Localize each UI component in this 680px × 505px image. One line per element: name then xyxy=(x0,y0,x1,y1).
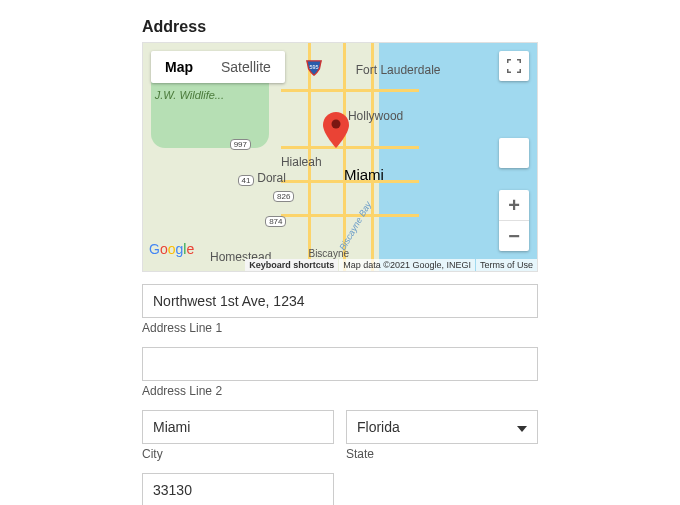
city-hollywood: Hollywood xyxy=(348,109,403,123)
chevron-down-icon xyxy=(517,419,527,435)
route-874: 874 xyxy=(265,216,286,227)
pegman-control[interactable] xyxy=(499,138,529,168)
map-data-text: Map data ©2021 Google, INEGI xyxy=(339,259,475,271)
city-input[interactable] xyxy=(142,410,334,444)
address-line-1-label: Address Line 1 xyxy=(142,321,538,335)
route-826: 826 xyxy=(273,191,294,202)
section-title: Address xyxy=(40,18,640,36)
city-label: City xyxy=(142,447,334,461)
route-997: 997 xyxy=(230,139,251,150)
label-wildlife: J.W. Wildlife... xyxy=(155,89,224,101)
map-pin-icon xyxy=(323,112,349,152)
terms-link[interactable]: Terms of Use xyxy=(476,259,537,271)
map-type-switcher: Map Satellite xyxy=(151,51,285,83)
svg-point-1 xyxy=(332,120,341,129)
zoom-out-button[interactable]: − xyxy=(499,221,529,251)
address-form: Address Line 1 Address Line 2 City Flori… xyxy=(142,284,538,505)
route-41: 41 xyxy=(238,175,255,186)
map-type-satellite[interactable]: Satellite xyxy=(207,51,285,83)
state-value: Florida xyxy=(357,419,400,435)
fullscreen-button[interactable] xyxy=(499,51,529,81)
address-line-2-label: Address Line 2 xyxy=(142,384,538,398)
map[interactable]: Miami Fort Lauderdale Hollywood Hialeah … xyxy=(142,42,538,272)
address-line-2-input[interactable] xyxy=(142,347,538,381)
keyboard-shortcuts-link[interactable]: Keyboard shortcuts xyxy=(245,259,338,271)
google-logo: Google xyxy=(149,241,194,257)
city-miami: Miami xyxy=(344,166,384,183)
zoom-control: + − xyxy=(499,190,529,251)
state-label: State xyxy=(346,447,538,461)
map-type-map[interactable]: Map xyxy=(151,51,207,83)
zip-input[interactable] xyxy=(142,473,334,505)
zoom-in-button[interactable]: + xyxy=(499,190,529,220)
city-doral: Doral xyxy=(257,171,286,185)
city-hialeah: Hialeah xyxy=(281,155,322,169)
address-line-1-input[interactable] xyxy=(142,284,538,318)
interstate-595-shield: 595 xyxy=(305,59,323,77)
svg-text:595: 595 xyxy=(309,64,318,70)
city-fort-lauderdale: Fort Lauderdale xyxy=(356,64,441,77)
map-attribution: Keyboard shortcuts Map data ©2021 Google… xyxy=(143,259,537,271)
state-select[interactable]: Florida xyxy=(346,410,538,444)
fullscreen-icon xyxy=(507,59,521,73)
